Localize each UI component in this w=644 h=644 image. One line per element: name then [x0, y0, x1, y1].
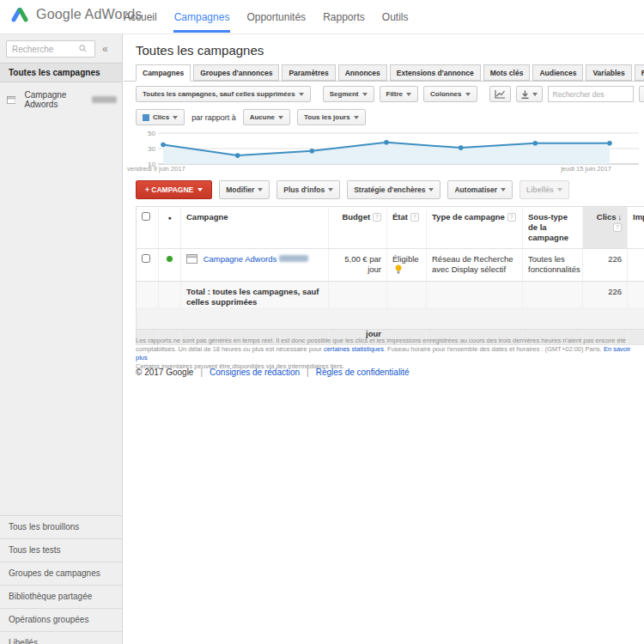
- search-button[interactable]: [639, 86, 644, 102]
- tab-groupes-annonces[interactable]: Groupes d'annonces: [193, 64, 279, 81]
- compare-vs-label: par rapport à: [191, 113, 236, 122]
- columns-button[interactable]: Colonnes: [423, 86, 477, 102]
- metric-button[interactable]: Clics: [136, 109, 185, 125]
- sidebar-collapse-icon[interactable]: «: [102, 43, 108, 55]
- details-label: Plus d'infos: [283, 185, 325, 194]
- status-text: Éligible: [392, 254, 419, 264]
- header-status-dot: ●: [159, 207, 181, 249]
- sidebar: « Toutes les campagnes Campagne Adwords …: [0, 34, 123, 644]
- row-checkbox-cell: [137, 249, 159, 282]
- redacted-text: [92, 96, 117, 103]
- bid-strategy-button[interactable]: Stratégie d'enchères: [347, 180, 440, 199]
- caret-down-icon: [354, 116, 359, 119]
- bulb-icon[interactable]: [395, 264, 402, 274]
- automate-button[interactable]: Automatiser: [447, 180, 513, 199]
- sidebar-item-all-campaigns[interactable]: Toutes les campagnes: [0, 63, 122, 82]
- sort-desc-icon: ↓: [618, 213, 623, 222]
- main-content: Toutes les campagnes Campagnes Groupes d…: [124, 34, 644, 644]
- new-campaign-button[interactable]: + CAMPAGNE: [136, 180, 212, 199]
- help-icon[interactable]: ?: [373, 213, 381, 222]
- caret-down-icon: [501, 188, 506, 191]
- compare-metric-button[interactable]: Aucune: [243, 109, 290, 125]
- table-search-input[interactable]: [548, 86, 634, 102]
- help-icon[interactable]: ?: [507, 213, 516, 222]
- nav-opportunites[interactable]: Opportunités: [246, 0, 307, 34]
- nav-campagnes[interactable]: Campagnes: [173, 0, 231, 34]
- metric-label: Clics: [153, 113, 169, 121]
- filter-label: Filtre: [386, 90, 404, 98]
- edit-button[interactable]: Modifier: [219, 180, 270, 199]
- date-range-button[interactable]: Tous les jours: [297, 109, 366, 125]
- header-campagne[interactable]: Campagne: [181, 207, 329, 249]
- header-checkbox-cell: [137, 207, 159, 249]
- tab-mots-cles[interactable]: Mots clés: [483, 64, 531, 81]
- tab-annonces[interactable]: Annonces: [338, 64, 387, 81]
- subtype-cell: Toutes les fonctionnalités: [523, 249, 583, 282]
- sidebar-item-brouillons[interactable]: Tous les brouillons: [0, 515, 122, 538]
- nav-rapports[interactable]: Rapports: [322, 0, 366, 34]
- header-budget[interactable]: Budget?: [329, 207, 387, 249]
- clicks-chart: 103050: [132, 129, 641, 170]
- compare-bar: Clics par rapport à Aucune Tous les jour…: [136, 109, 366, 125]
- tab-audiences[interactable]: Audiences: [532, 64, 583, 81]
- sidebar-item-operations[interactable]: Opérations groupées: [0, 608, 122, 631]
- sidebar-item-bibliotheque[interactable]: Bibliothèque partagée: [0, 585, 122, 608]
- segment-button[interactable]: Segment: [323, 86, 374, 102]
- scope-filter-button[interactable]: Toutes les campagnes, sauf celles suppri…: [136, 86, 311, 102]
- header-impressions-label: Impr.: [633, 212, 644, 222]
- chart-icon: [495, 89, 506, 99]
- sidebar-item-campaign[interactable]: Campagne Adwords: [0, 82, 122, 117]
- svg-text:50: 50: [148, 130, 155, 137]
- scope-filter-label: Toutes les campagnes, sauf celles suppri…: [143, 90, 295, 98]
- row-status-cell[interactable]: [159, 249, 181, 282]
- tab-extensions[interactable]: Extensions d'annonce: [390, 64, 481, 81]
- privacy-link[interactable]: Règles de confidentialité: [316, 368, 410, 377]
- filter-button[interactable]: Filtre: [380, 86, 419, 102]
- tab-variables[interactable]: Variables: [586, 64, 631, 81]
- caret-down-icon: [465, 93, 471, 96]
- top-header: Google AdWords Accueil Campagnes Opportu…: [0, 0, 644, 34]
- campaign-window-icon: [186, 254, 197, 264]
- editorial-guidelines-link[interactable]: Consignes de rédaction: [210, 368, 300, 377]
- top-navigation: Accueil Campagnes Opportunités Rapports …: [123, 0, 410, 34]
- help-icon[interactable]: ?: [613, 223, 622, 232]
- sidebar-item-libelles[interactable]: Libellés: [0, 631, 122, 644]
- tab-parametres[interactable]: Paramètres: [282, 64, 335, 81]
- select-all-checkbox[interactable]: [142, 212, 150, 221]
- download-button[interactable]: [516, 86, 543, 102]
- sidebar-campaign-label: Campagne Adwords: [24, 90, 87, 109]
- sidebar-item-tests[interactable]: Tous les tests: [0, 538, 122, 562]
- status-cell: Éligible: [387, 249, 427, 282]
- details-button[interactable]: Plus d'infos: [276, 180, 340, 199]
- header-etat[interactable]: État?: [387, 207, 427, 249]
- status-dot-icon: ●: [167, 215, 171, 221]
- header-clics-label: Clics: [597, 212, 617, 222]
- segment-label: Segment: [330, 90, 359, 98]
- clicks-chart-svg: 103050: [132, 129, 641, 170]
- header-impressions[interactable]: Impr.: [628, 207, 644, 249]
- tab-campagnes[interactable]: Campagnes: [136, 64, 191, 82]
- metric-color-swatch-icon: [143, 114, 149, 121]
- report-disclaimer: Les rapports ne sont pas générés en temp…: [136, 337, 632, 371]
- toolbar: Toutes les campagnes, sauf celles suppri…: [136, 86, 644, 102]
- header-type[interactable]: Type de campagne?: [427, 207, 523, 249]
- help-icon[interactable]: ?: [410, 213, 419, 222]
- campaign-link[interactable]: Campagne Adwords: [204, 254, 277, 264]
- actions-bar: + CAMPAGNE Modifier Plus d'infos Stratég…: [136, 180, 569, 199]
- sidebar-search-row: «: [0, 34, 122, 63]
- header-type-label: Type de campagne: [432, 212, 505, 222]
- chart-toggle-button[interactable]: [489, 86, 511, 102]
- header-sous-type-label: Sous-type de la campagne: [528, 212, 568, 242]
- header-clics[interactable]: Clics↓ ?: [583, 207, 628, 249]
- header-sous-type[interactable]: Sous-type de la campagne: [523, 207, 583, 249]
- stats-link[interactable]: certaines statistiques: [324, 345, 384, 353]
- sidebar-item-groupes-campagnes[interactable]: Groupes de campagnes: [0, 562, 122, 585]
- budget-cell[interactable]: 5,00 € par jour: [329, 249, 387, 282]
- nav-outils[interactable]: Outils: [381, 0, 410, 34]
- tab-reseau-display[interactable]: Réseau Display: [635, 64, 644, 81]
- chart-start-date: vendredi 9 juin 2017: [127, 165, 185, 173]
- page-title: Toutes les campagnes: [136, 43, 264, 58]
- caret-down-icon: [557, 188, 562, 191]
- nav-accueil[interactable]: Accueil: [123, 0, 158, 34]
- row-checkbox[interactable]: [142, 254, 150, 263]
